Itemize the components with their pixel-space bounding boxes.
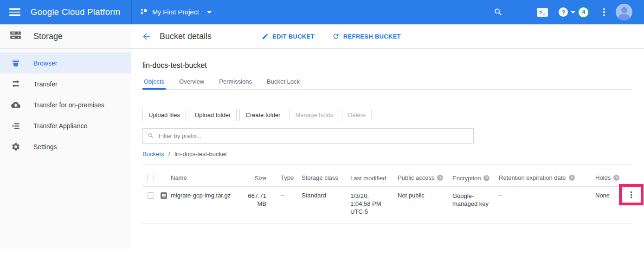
refresh-bucket-label: REFRESH BUCKET: [343, 33, 401, 40]
notification-count: 4: [582, 9, 586, 15]
breadcrumb-current: lin-docs-test-bucket: [174, 151, 227, 157]
bucket-tabs: Objects Overview Permissions Bucket Lock: [142, 75, 632, 90]
annotation-highlight-box: [619, 184, 644, 205]
edit-bucket-label: EDIT BUCKET: [272, 33, 315, 40]
breadcrumb: Buckets / lin-docs-test-bucket: [142, 151, 632, 157]
delete-button[interactable]: Delete: [342, 109, 372, 121]
sidebar-item-label: Browser: [33, 59, 57, 67]
cell-storage-class: Standard: [302, 192, 350, 199]
row-actions-menu-icon[interactable]: [631, 191, 632, 198]
project-icon: [139, 7, 148, 17]
column-label: Retention expiration date: [499, 174, 566, 181]
column-header-type: Type: [269, 174, 302, 181]
table-row[interactable]: migrate-gcp-img.tar.gz 667.71 MB – Stand…: [142, 187, 632, 223]
filter-by-prefix-input[interactable]: [159, 132, 469, 139]
cell-type: –: [269, 192, 302, 199]
bucket-name-title: lin-docs-test-bucket: [142, 61, 632, 70]
edit-bucket-button[interactable]: EDIT BUCKET: [262, 33, 315, 40]
breadcrumb-buckets-link[interactable]: Buckets: [142, 151, 164, 157]
help-icon[interactable]: ?: [559, 7, 575, 17]
sidebar-item-settings[interactable]: Settings: [0, 136, 131, 157]
tab-permissions[interactable]: Permissions: [218, 75, 253, 89]
back-arrow-icon[interactable]: [142, 32, 151, 41]
filter-box: [142, 128, 474, 144]
sidebar-item-label: Transfer for on-premises: [33, 101, 104, 109]
cell-encryption: Google-managed key: [452, 192, 490, 208]
column-label: Encryption: [452, 174, 481, 182]
tab-overview[interactable]: Overview: [178, 75, 206, 89]
upload-files-button[interactable]: Upload files: [142, 109, 186, 121]
sidebar-item-transfer[interactable]: Transfer: [0, 73, 131, 94]
storage-sidebar: Storage Browser Transfer: [0, 24, 131, 249]
sidebar-item-label: Transfer: [33, 80, 58, 88]
upload-folder-button[interactable]: Upload folder: [189, 109, 237, 121]
top-navigation-bar: Google Cloud Platform My First Project >…: [0, 0, 644, 24]
more-options-icon[interactable]: [603, 8, 605, 16]
cloud-shell-icon[interactable]: >_: [537, 8, 548, 17]
row-checkbox[interactable]: [148, 192, 154, 199]
help-icon[interactable]: ?: [483, 175, 489, 181]
shell-prompt-glyph: >_: [539, 9, 546, 15]
product-name: Google Cloud Platform: [31, 7, 131, 17]
transfer-arrows-icon: [11, 79, 20, 89]
cell-last-modified: 1/3/20, 1:04:58 PM UTC-5: [350, 192, 385, 216]
column-header-retention-expiration-date: Retention expiration date ?: [499, 174, 595, 181]
notifications-badge[interactable]: 4: [578, 7, 589, 18]
project-name: My First Project: [152, 8, 199, 16]
column-header-public-access: Public access ?: [398, 174, 452, 181]
appliance-icon: [11, 121, 20, 131]
breadcrumb-separator: /: [168, 151, 170, 157]
sidebar-item-transfer-appliance[interactable]: Transfer Appliance: [0, 115, 131, 136]
cell-object-name[interactable]: migrate-gcp-img.tar.gz: [171, 192, 245, 199]
gear-icon: [11, 142, 20, 151]
tab-bucket-lock[interactable]: Bucket Lock: [265, 75, 301, 89]
sidebar-header: Storage: [0, 24, 131, 49]
sidebar-item-browser[interactable]: Browser: [0, 52, 131, 73]
topbar-actions: >_ ? 4: [494, 4, 644, 20]
account-avatar[interactable]: [616, 4, 632, 20]
storage-logo-icon: [9, 29, 22, 44]
sidebar-title: Storage: [33, 32, 63, 41]
help-icon[interactable]: ?: [569, 175, 575, 181]
bucket-details-header: Bucket details EDIT BUCKET REFRESH BUCKE…: [131, 24, 644, 49]
sidebar-nav: Browser Transfer Transfer for on-premise…: [0, 49, 131, 157]
chevron-down-icon: [207, 11, 212, 13]
column-header-name: Name: [171, 174, 245, 181]
create-folder-button[interactable]: Create folder: [239, 109, 286, 121]
select-all-checkbox[interactable]: [148, 175, 154, 181]
help-chevron-down-icon: [571, 11, 575, 13]
page-title: Bucket details: [160, 32, 212, 41]
column-label: Holds: [595, 174, 611, 181]
cell-retention-expiration-date: –: [499, 192, 595, 199]
cell-public-access: Not public: [398, 192, 452, 199]
objects-toolbar: Upload files Upload folder Create folder…: [142, 109, 632, 121]
help-icon[interactable]: ?: [437, 175, 443, 181]
pencil-icon: [262, 33, 269, 40]
cell-size: 667.71 MB: [245, 192, 269, 208]
column-header-holds: Holds ?: [595, 174, 623, 181]
menu-hamburger-icon[interactable]: [9, 7, 20, 18]
column-label: Public access: [398, 174, 434, 181]
refresh-bucket-button[interactable]: REFRESH BUCKET: [332, 33, 401, 40]
manage-holds-button[interactable]: Manage holds: [289, 109, 339, 121]
column-header-last-modified: Last modified: [350, 174, 398, 182]
search-icon[interactable]: [494, 7, 503, 17]
bucket-icon: [11, 59, 20, 68]
column-header-storage-class: Storage class: [302, 174, 350, 181]
help-icon[interactable]: ?: [613, 175, 619, 181]
help-glyph: ?: [561, 9, 565, 16]
gcp-console-page: Google Cloud Platform My First Project >…: [0, 0, 644, 269]
refresh-icon: [332, 33, 340, 40]
sidebar-item-label: Transfer Appliance: [33, 122, 87, 130]
project-selector[interactable]: My First Project: [139, 7, 212, 17]
column-header-size: Size: [245, 174, 269, 182]
file-icon: [160, 192, 171, 201]
sidebar-item-transfer-on-premises[interactable]: Transfer for on-premises: [0, 94, 131, 115]
filter-search-icon: [148, 132, 155, 139]
bucket-content: lin-docs-test-bucket Objects Overview Pe…: [131, 49, 644, 223]
cloud-upload-icon: [11, 100, 20, 110]
topbar-divider: [131, 0, 132, 24]
main-panel: Bucket details EDIT BUCKET REFRESH BUCKE…: [131, 24, 644, 249]
objects-table-header: Name Size Type Storage class Last modifi…: [142, 164, 632, 187]
tab-objects[interactable]: Objects: [142, 75, 166, 90]
